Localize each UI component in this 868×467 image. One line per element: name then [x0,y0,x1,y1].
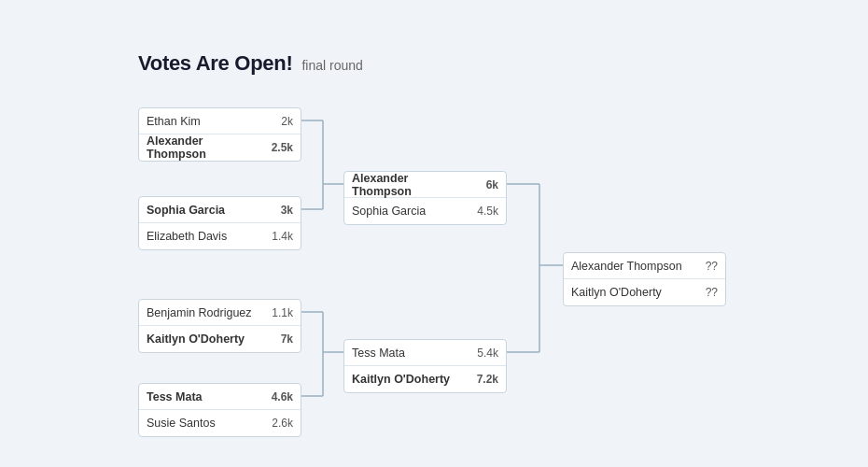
r1m3-row1-name: Benjamin Rodriguez [147,306,265,319]
r2m1-row1: Alexander Thompson 6k [344,172,506,198]
r3m1-row1-name: Alexander Thompson [571,260,690,273]
r2m1-row2-name: Sophia Garcia [352,205,470,218]
r3m1-row1-score: ?? [690,260,718,273]
r1m1-row1: Ethan Kim 2k [139,108,301,134]
r1m1-row2: Alexander Thompson 2.5k [139,134,301,161]
r2m2-row2-score: 7.2k [470,373,498,386]
r1m4-row2: Susie Santos 2.6k [139,410,301,436]
r1m3-row2: Kaitlyn O'Doherty 7k [139,326,301,352]
r2m2-row1-score: 5.4k [470,347,498,360]
r2m2-row1: Tess Mata 5.4k [344,340,506,366]
r1m4-row2-name: Susie Santos [147,417,265,430]
round1-match2: Sophia Garcia 3k Elizabeth Davis 1.4k [138,196,301,250]
page-title: Votes Are Open! [138,51,292,76]
r1m4-row1-score: 4.6k [265,390,293,403]
r1m2-row2: Elizabeth Davis 1.4k [139,223,301,249]
r1m1-row2-score: 2.5k [265,141,293,154]
r1m3-row2-name: Kaitlyn O'Doherty [147,333,265,346]
r1m1-row1-name: Ethan Kim [147,115,265,128]
r1m2-row1-name: Sophia Garcia [147,204,265,217]
r2m2-row2-name: Kaitlyn O'Doherty [352,373,470,386]
r1m2-row2-name: Elizabeth Davis [147,230,265,243]
r2m1-row1-score: 6k [470,178,498,191]
r2m1-row2: Sophia Garcia 4.5k [344,198,506,224]
r3m1-row2-name: Kaitlyn O'Doherty [571,286,690,299]
title-area: Votes Are Open! final round [138,51,363,76]
r1m3-row1: Benjamin Rodriguez 1.1k [139,300,301,326]
r2m1-row1-name: Alexander Thompson [352,172,470,198]
r2m1-row2-score: 4.5k [470,205,498,218]
r1m2-row2-score: 1.4k [265,230,293,243]
round2-match2: Tess Mata 5.4k Kaitlyn O'Doherty 7.2k [343,339,507,393]
r1m4-row2-score: 2.6k [265,417,293,430]
page: Votes Are Open! final round [0,0,868,467]
r1m3-row2-score: 7k [265,333,293,346]
round2-match1: Alexander Thompson 6k Sophia Garcia 4.5k [343,171,507,225]
r1m4-row1: Tess Mata 4.6k [139,384,301,410]
r1m1-row1-score: 2k [265,115,293,128]
r3m1-row2: Kaitlyn O'Doherty ?? [564,279,725,305]
r1m2-row1: Sophia Garcia 3k [139,197,301,223]
round3-match1-final: Alexander Thompson ?? Kaitlyn O'Doherty … [563,252,726,306]
bracket-wrapper: Ethan Kim 2k Alexander Thompson 2.5k Sop… [138,89,773,453]
r1m4-row1-name: Tess Mata [147,390,265,403]
r3m1-row2-score: ?? [690,286,718,299]
r3m1-row1: Alexander Thompson ?? [564,253,725,279]
round1-match3: Benjamin Rodriguez 1.1k Kaitlyn O'Dohert… [138,299,301,353]
r1m1-row2-name: Alexander Thompson [147,134,265,161]
r2m2-row2: Kaitlyn O'Doherty 7.2k [344,366,506,392]
page-subtitle: final round [301,58,362,73]
r2m2-row1-name: Tess Mata [352,347,470,360]
r1m2-row1-score: 3k [265,204,293,217]
r1m3-row1-score: 1.1k [265,306,293,319]
round1-match1: Ethan Kim 2k Alexander Thompson 2.5k [138,107,301,162]
round1-match4: Tess Mata 4.6k Susie Santos 2.6k [138,383,301,437]
